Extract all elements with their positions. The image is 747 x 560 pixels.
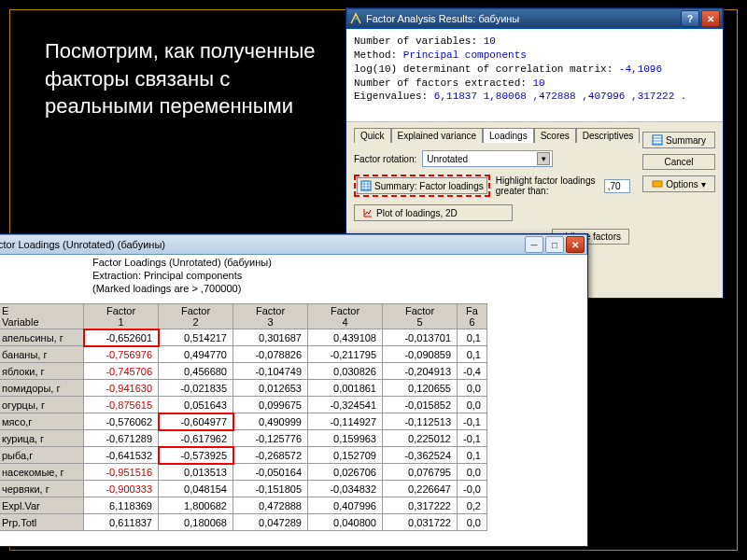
corner-cell: EVariable <box>0 304 84 329</box>
cell: -0,013701 <box>383 329 458 346</box>
column-header[interactable]: Factor4 <box>308 304 383 329</box>
cell: -0,641532 <box>84 447 159 464</box>
table-row[interactable]: червяки, г-0,9003330,048154-0,151805-0,0… <box>0 481 486 497</box>
column-header[interactable]: Factor5 <box>383 304 458 329</box>
tab-descriptives[interactable]: Descriptives <box>576 128 640 143</box>
svg-rect-2 <box>361 181 371 190</box>
cell: 0,120655 <box>383 380 458 397</box>
table-row[interactable]: бананы, г-0,7569760,494770-0,078826-0,21… <box>0 346 486 363</box>
table-row[interactable]: Expl.Var6,1183691,8006820,4728880,407996… <box>0 497 486 514</box>
table-row[interactable]: насекомые, г-0,9515160,013513-0,0501640,… <box>0 464 486 481</box>
column-header[interactable]: Factor3 <box>233 304 308 329</box>
maximize-button[interactable]: □ <box>545 236 564 253</box>
cell: 0,611837 <box>84 514 159 531</box>
tab-explained-variance[interactable]: Explained variance <box>391 128 484 143</box>
cell: 0,076795 <box>383 464 458 481</box>
table-icon <box>360 180 372 191</box>
cell: -0,362524 <box>383 447 458 464</box>
table-row[interactable]: Prp.Totl0,6118370,1800680,0472890,040800… <box>0 514 486 531</box>
row-variable: Prp.Totl <box>0 514 84 531</box>
table-row[interactable]: помидоры, г-0,941630-0,0218350,0126530,0… <box>0 380 486 397</box>
cell: 0,225012 <box>383 430 458 447</box>
summary-factor-loadings-button[interactable]: Summary: Factor loadings <box>357 177 487 194</box>
cell: 0,048154 <box>159 481 233 497</box>
table-row[interactable]: огурцы, г-0,8756150,0516430,099675-0,324… <box>0 397 486 413</box>
row-variable: Expl.Var <box>0 497 84 514</box>
cell: 0,301687 <box>233 329 308 346</box>
close-button[interactable]: ✕ <box>566 236 585 253</box>
chevron-down-icon: ▼ <box>537 152 550 165</box>
column-header[interactable]: Factor1 <box>84 304 159 329</box>
table-row[interactable]: рыба,г-0,641532-0,573925-0,2685720,15270… <box>0 447 486 464</box>
cell: 0,0 <box>458 380 487 397</box>
plot-loadings-2d-button[interactable]: Plot of loadings, 2D <box>354 204 513 221</box>
loadings-titlebar[interactable]: ctor Loadings (Unrotated) (бабуины) ─ □ … <box>0 234 587 255</box>
cell: -0,078826 <box>233 346 308 363</box>
cell: -0,151805 <box>233 481 308 497</box>
cell: -0,050164 <box>233 464 308 481</box>
cell: 0,180068 <box>159 514 233 531</box>
cell: -0,671289 <box>84 430 159 447</box>
table-header-text: Factor Loadings (Unrotated) (бабуины) Ex… <box>89 255 275 297</box>
highlight-threshold-input[interactable] <box>604 179 630 193</box>
cell: 0,159963 <box>308 430 383 447</box>
loadings-title: ctor Loadings (Unrotated) (бабуины) <box>0 239 523 250</box>
cell: -0,204913 <box>383 363 458 380</box>
help-button[interactable]: ? <box>681 10 699 27</box>
cell: -0,745706 <box>84 363 159 380</box>
table-row[interactable]: курица, г-0,671289-0,617962-0,1257760,15… <box>0 430 486 447</box>
cell: -0,576062 <box>84 413 159 430</box>
tab-loadings[interactable]: Loadings <box>483 128 534 143</box>
rotation-combo[interactable]: Unrotated ▼ <box>422 150 553 167</box>
cell: 0,439108 <box>308 329 383 346</box>
cell: -0,900333 <box>84 481 159 497</box>
cell: 0,0 <box>458 397 487 413</box>
tab-quick[interactable]: Quick <box>354 128 391 143</box>
cell: -0,617962 <box>159 430 233 447</box>
cell: -0,034832 <box>308 481 383 497</box>
results-titlebar[interactable]: Factor Analysis Results: бабуины ? ✕ <box>346 8 723 29</box>
cell: 0,317222 <box>383 497 458 514</box>
cell: -0,112513 <box>383 413 458 430</box>
cell: 0,0 <box>458 514 487 531</box>
row-variable: апельсины, г <box>0 329 84 346</box>
cell: -0,1 <box>458 430 487 447</box>
table-row[interactable]: мясо,г-0,576062-0,6049770,490999-0,11492… <box>0 413 486 430</box>
cell: 0,407996 <box>308 497 383 514</box>
slide-heading: Посмотрим, как полученные факторы связан… <box>45 37 334 120</box>
table-row[interactable]: яблоки, г-0,7457060,456680-0,1047490,030… <box>0 363 486 380</box>
row-variable: мясо,г <box>0 413 84 430</box>
factor-loadings-window: ctor Loadings (Unrotated) (бабуины) ─ □ … <box>0 233 588 547</box>
svg-rect-1 <box>653 181 662 187</box>
cell: 0,030826 <box>308 363 383 380</box>
cell: 0,514217 <box>159 329 233 346</box>
cell: -0,1 <box>458 413 487 430</box>
summary-button[interactable]: Summary <box>642 132 715 148</box>
minimize-button[interactable]: ─ <box>525 236 543 253</box>
cell: -0,090859 <box>383 346 458 363</box>
cell: 0,1 <box>458 346 487 363</box>
cell: -0,875615 <box>84 397 159 413</box>
cell: 0,013513 <box>159 464 233 481</box>
cell: -0,756976 <box>84 346 159 363</box>
cell: 0,1 <box>458 447 487 464</box>
cell: 0,494770 <box>159 346 233 363</box>
cell: 6,118369 <box>84 497 159 514</box>
cell: 0,0 <box>458 464 487 481</box>
column-header[interactable]: Factor2 <box>159 304 233 329</box>
column-header[interactable]: Fa6 <box>458 304 487 329</box>
tab-scores[interactable]: Scores <box>534 128 576 143</box>
close-button[interactable]: ✕ <box>701 10 720 27</box>
cell: -0,104749 <box>233 363 308 380</box>
summary-icon <box>652 134 663 146</box>
options-button[interactable]: Options ▾ <box>642 175 715 192</box>
cell: 1,800682 <box>159 497 233 514</box>
cell: 0,047289 <box>233 514 308 531</box>
cell: 0,152709 <box>308 447 383 464</box>
table-row[interactable]: апельсины, г-0,6526010,5142170,3016870,4… <box>0 329 486 346</box>
cell: 0,226647 <box>383 481 458 497</box>
cell: -0,114927 <box>308 413 383 430</box>
cell: 0,456680 <box>159 363 233 380</box>
cancel-button[interactable]: Cancel <box>642 154 715 170</box>
row-variable: яблоки, г <box>0 363 84 380</box>
